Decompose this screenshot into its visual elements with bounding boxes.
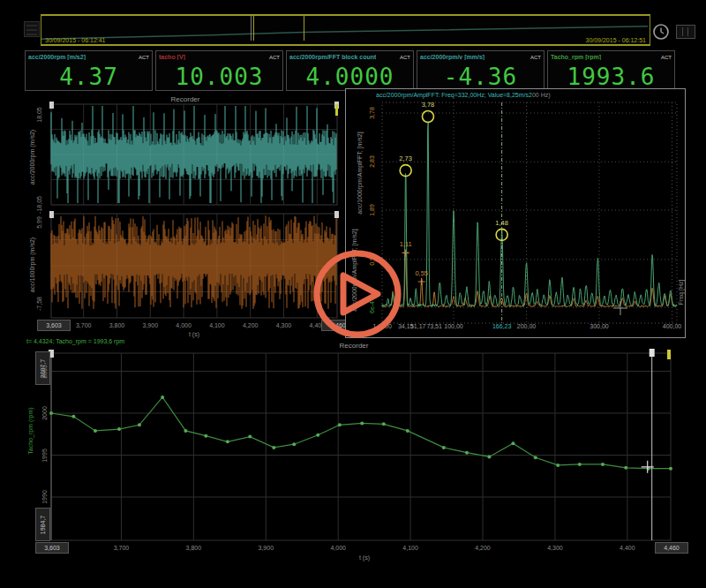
data-point xyxy=(465,451,469,455)
data-point xyxy=(94,429,97,433)
x-tick-label: 4,300 xyxy=(547,545,563,551)
x-axis-label: t (s) xyxy=(359,554,370,561)
data-point xyxy=(601,463,605,466)
y-min-label: -18,05 xyxy=(36,196,42,214)
x-min-box[interactable]: 3,603 xyxy=(35,542,69,554)
fft-chart[interactable]: 2,733,781,481,110,55 xyxy=(382,102,677,323)
display-value: 4.37 xyxy=(26,62,152,91)
x-tick-label: 4,300 xyxy=(276,322,292,328)
display-value: 1993.6 xyxy=(548,62,674,91)
x-tick-label: 400,00 xyxy=(663,323,681,329)
peak-marker-label: 1,48 xyxy=(495,219,508,227)
x-tick-label: 100,00 xyxy=(444,323,462,329)
x-tick-label: 3,700 xyxy=(114,545,130,551)
display-tacho[interactable]: tacho [V]ACT 10.003 xyxy=(155,50,283,91)
peak-marker-circle[interactable] xyxy=(422,111,433,123)
data-point xyxy=(442,446,446,449)
timeline-range-start-handle[interactable] xyxy=(253,16,254,41)
y-tick-label: 1995 xyxy=(41,449,48,463)
data-point xyxy=(184,429,187,433)
scroll-handle-left[interactable] xyxy=(49,102,54,109)
display-tacho-rpm[interactable]: Tacho_rpm [rpm]ACT 1993.6 xyxy=(547,50,675,91)
act-badge: ACT xyxy=(139,55,149,60)
waveform-acc1000 xyxy=(51,215,336,309)
data-point xyxy=(669,467,672,471)
scroll-handle-right[interactable] xyxy=(334,211,339,218)
x-tick-label: 4,100 xyxy=(402,545,418,551)
yellow-range-handle[interactable] xyxy=(667,350,671,359)
timeline-options-icon[interactable] xyxy=(24,21,40,37)
timeline-overview-chart xyxy=(41,16,648,41)
act-badge: ACT xyxy=(661,55,672,60)
display-label: tacho [V] xyxy=(159,54,185,60)
y-tick-label: 2,83 xyxy=(369,155,375,168)
channel-label: acc/1000rpm/AmplFFT; [m/s2] xyxy=(357,132,363,214)
display-acc2000[interactable]: acc/2000rpm [m/s2]ACT 4.37 xyxy=(25,50,153,91)
data-point xyxy=(272,446,275,449)
waveform-chart[interactable] xyxy=(51,104,337,319)
data-point xyxy=(138,423,141,426)
channel-label: acc/1000rpm (m/s2) xyxy=(29,237,35,292)
display-label: acc/2000rpm/FFT block count xyxy=(289,54,376,60)
x-tick-label: 3,800 xyxy=(109,322,125,328)
y-tick-label: 2005 xyxy=(41,365,48,379)
timeline-overview[interactable]: 30/09/2015 - 06:12:41 30/09/2015 - 06:12… xyxy=(41,14,650,46)
x-tick-label: 4,400 xyxy=(620,545,635,551)
channel-label: acc/2000rpm (m/s2) xyxy=(29,130,35,185)
display-value: 4.0000 xyxy=(287,62,413,91)
cursor-handle[interactable] xyxy=(650,349,655,357)
x-tick-label: 3,900 xyxy=(143,322,159,328)
panel-title: Recorder xyxy=(340,342,369,350)
x-tick-label: 4,200 xyxy=(475,545,491,551)
recorder-panel-rpm[interactable]: t= 4,4324; Tacho_rpm = 1993,6 rpm Record… xyxy=(25,338,684,569)
peak-marker-cross[interactable] xyxy=(418,278,425,285)
data-point xyxy=(226,440,229,443)
x-tick-label: 4,200 xyxy=(243,322,259,328)
waveform-acc2000 xyxy=(51,106,336,203)
data-point xyxy=(71,415,75,418)
x-tick-label: 3,900 xyxy=(259,545,274,551)
data-point xyxy=(248,435,252,439)
fft-title-range: 00 Hz) xyxy=(532,92,551,98)
data-point xyxy=(534,456,537,459)
display-acc2000-velocity[interactable]: acc/2000rpm/v [mm/s]ACT -4.36 xyxy=(417,50,545,91)
data-point xyxy=(556,464,560,467)
data-point xyxy=(161,396,164,399)
data-point xyxy=(578,463,582,466)
display-value: -4.36 xyxy=(417,62,544,91)
x-max-box[interactable]: 4,460 xyxy=(655,542,688,554)
clock-icon[interactable] xyxy=(652,23,670,41)
x-tick-label: 4,000 xyxy=(330,545,346,551)
display-layout-icon[interactable] xyxy=(676,25,695,39)
scroll-handle-left[interactable] xyxy=(49,211,54,218)
yellow-range-handle[interactable] xyxy=(335,104,338,116)
display-label: acc/2000rpm [m/s2] xyxy=(28,54,86,60)
x-axis-label: t (s) xyxy=(189,331,199,337)
panel-title: Recorder xyxy=(171,95,200,103)
x-tick-label: 3,700 xyxy=(76,322,92,328)
timeline-cursor[interactable] xyxy=(251,16,252,41)
timeline-range-end-handle[interactable] xyxy=(304,16,304,41)
recorder-panel-waveforms[interactable]: Recorder 18,05 acc/2000rpm (m/s2) -18,05… xyxy=(25,94,345,341)
y-min-box[interactable]: 1984,7 xyxy=(35,508,50,541)
play-button[interactable] xyxy=(312,248,403,340)
data-point xyxy=(292,442,296,446)
x-tick-label: 4,100 xyxy=(209,322,225,328)
rpm-chart[interactable] xyxy=(51,353,671,540)
data-point xyxy=(338,423,342,426)
display-fft-block-count[interactable]: acc/2000rpm/FFT block countACT 4.0000 xyxy=(286,50,414,91)
data-point xyxy=(49,411,53,415)
x-tick-label: 3,800 xyxy=(186,545,202,551)
x-tick-label: 166,23 xyxy=(492,323,511,329)
rpm-trace xyxy=(51,397,671,469)
data-point xyxy=(406,429,409,433)
overview-trace xyxy=(41,26,648,40)
peak-marker-label: 2,73 xyxy=(399,155,412,162)
x-tick-label: 51,17 xyxy=(410,323,426,329)
x-axis-label: Freq [Hz] xyxy=(678,280,684,305)
y-tick-label: 2000 xyxy=(41,406,48,420)
x-tick-label: 4,000 xyxy=(176,322,192,328)
data-point xyxy=(382,422,386,426)
x-min-box[interactable]: 3,603 xyxy=(37,320,71,331)
y-max-label: 18,05 xyxy=(36,107,42,123)
